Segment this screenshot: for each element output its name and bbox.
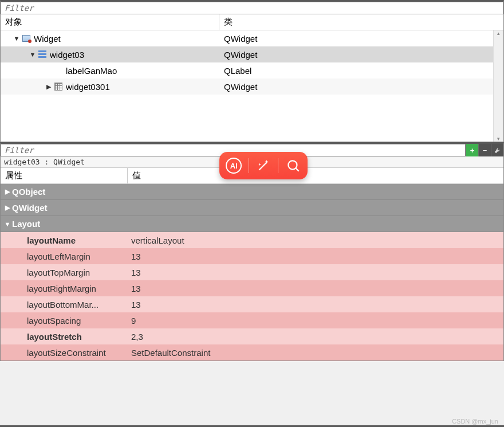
search-button[interactable] xyxy=(284,156,303,175)
property-value[interactable]: SetDefaultConstraint xyxy=(128,344,503,361)
toolbar-separator xyxy=(278,158,278,173)
group-label: QObject xyxy=(12,187,45,197)
chevron-right-icon[interactable]: ▶ xyxy=(44,83,53,91)
object-name: widget03 xyxy=(50,50,84,60)
property-row[interactable]: layoutRightMargin 13 xyxy=(1,280,503,296)
magic-wand-icon xyxy=(256,158,271,173)
grid-icon xyxy=(53,81,64,92)
blank-icon xyxy=(53,65,64,76)
property-name: layoutTopMargin xyxy=(27,268,90,277)
property-name: layoutStretch xyxy=(27,332,82,342)
ai-icon: AI xyxy=(226,158,242,174)
property-group-qwidget[interactable]: ▶ QWidget xyxy=(1,200,503,216)
wrench-icon xyxy=(494,146,502,154)
class-column-header[interactable]: 类 xyxy=(219,14,503,30)
object-name: Widget xyxy=(34,34,61,44)
search-icon xyxy=(286,158,301,173)
property-column-header[interactable]: 属性 xyxy=(1,168,128,183)
watermark: CSDN @mx_jun xyxy=(452,418,498,425)
property-name: layoutSpacing xyxy=(27,316,81,326)
object-inspector-panel: 对象 类 ▼ Widget QWidget ▼ widget03 QWidget… xyxy=(0,0,504,142)
property-value[interactable]: 9 xyxy=(128,312,503,328)
chevron-right-icon[interactable]: ▶ xyxy=(3,204,12,211)
group-label: Layout xyxy=(12,219,40,229)
property-value[interactable]: 13 xyxy=(128,248,503,264)
property-name: layoutBottomMar... xyxy=(27,300,99,310)
object-name: widget0301 xyxy=(66,82,110,92)
property-row[interactable]: layoutStretch 2,3 xyxy=(1,328,503,344)
object-class: QLabel xyxy=(219,62,503,79)
ai-button[interactable]: AI xyxy=(224,156,243,175)
object-column-header[interactable]: 对象 xyxy=(1,14,219,30)
chevron-down-icon[interactable]: ▼ xyxy=(28,51,37,58)
add-property-button[interactable]: + xyxy=(466,144,478,156)
scroll-up-icon[interactable]: ▴ xyxy=(497,30,500,36)
object-name: labelGanMao xyxy=(66,66,117,76)
property-value[interactable]: 13 xyxy=(128,264,503,280)
magic-wand-button[interactable] xyxy=(254,156,273,175)
chevron-down-icon[interactable]: ▼ xyxy=(12,35,21,42)
property-name: layoutRightMargin xyxy=(27,284,96,293)
object-tree-header: 对象 类 xyxy=(1,14,503,30)
object-class: QWidget xyxy=(219,46,503,62)
value-column-header[interactable]: 值 xyxy=(128,168,503,183)
property-name: layoutName xyxy=(27,236,76,245)
svg-point-0 xyxy=(288,160,297,169)
object-tree[interactable]: ▼ Widget QWidget ▼ widget03 QWidget ▶ la… xyxy=(1,30,503,142)
property-row[interactable]: layoutBottomMar... 13 xyxy=(1,296,503,312)
toolbar-separator xyxy=(249,158,249,173)
vertical-scrollbar[interactable]: ▴ ▾ xyxy=(493,30,503,142)
chevron-right-icon[interactable]: ▶ xyxy=(3,188,12,195)
floating-toolbar[interactable]: AI xyxy=(219,152,308,179)
widget-icon xyxy=(21,33,32,44)
layout-icon xyxy=(37,49,48,60)
property-group-layout[interactable]: ▼ Layout xyxy=(1,216,503,232)
tree-row[interactable]: ▼ widget03 QWidget xyxy=(1,46,503,62)
property-toolbar: + − xyxy=(466,144,503,156)
property-value[interactable]: verticalLayout xyxy=(128,232,503,248)
property-value[interactable]: 13 xyxy=(128,296,503,312)
property-row[interactable]: layoutTopMargin 13 xyxy=(1,264,503,280)
property-row[interactable]: layoutSpacing 9 xyxy=(1,312,503,328)
chevron-down-icon[interactable]: ▼ xyxy=(3,221,12,228)
group-label: QWidget xyxy=(12,203,48,213)
tree-row[interactable]: ▶ widget0301 QWidget xyxy=(1,79,503,95)
property-row[interactable]: layoutName verticalLayout xyxy=(1,232,503,248)
property-row[interactable]: layoutSizeConstraint SetDefaultConstrain… xyxy=(1,344,503,361)
property-row[interactable]: layoutLeftMargin 13 xyxy=(1,248,503,264)
property-value[interactable]: 13 xyxy=(128,280,503,296)
property-group-qobject[interactable]: ▶ QObject xyxy=(1,184,503,200)
scroll-down-icon[interactable]: ▾ xyxy=(497,136,500,142)
remove-property-button[interactable]: − xyxy=(478,144,491,156)
property-name: layoutLeftMargin xyxy=(27,252,90,261)
property-name: layoutSizeConstraint xyxy=(27,348,106,358)
object-filter-input[interactable] xyxy=(1,2,503,14)
object-class: QWidget xyxy=(219,30,503,46)
property-value[interactable]: 2,3 xyxy=(128,328,503,344)
tree-row[interactable]: ▶ labelGanMao QLabel xyxy=(1,62,503,79)
property-body: ▶ QObject ▶ QWidget ▼ Layout layoutName … xyxy=(1,184,503,361)
configure-button[interactable] xyxy=(491,144,503,156)
object-class: QWidget xyxy=(219,79,503,95)
tree-row[interactable]: ▼ Widget QWidget xyxy=(1,30,503,46)
